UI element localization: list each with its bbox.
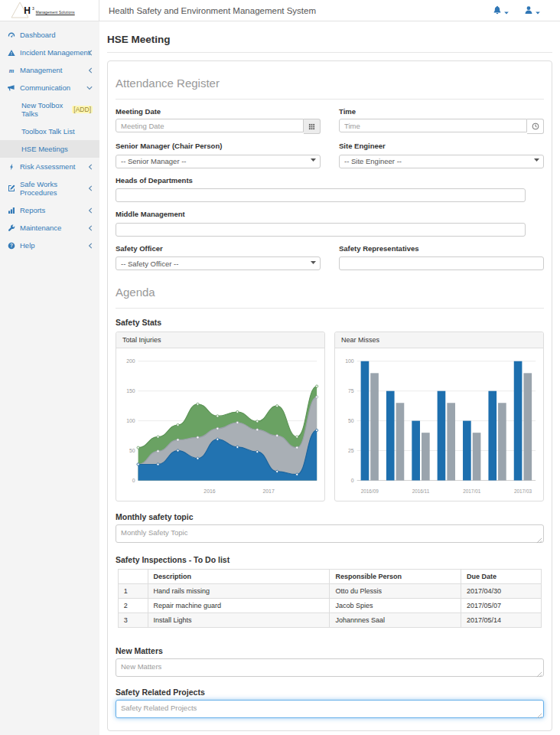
clock-icon [532, 119, 539, 133]
caret-down-icon [536, 4, 540, 18]
meeting-date-input[interactable] [116, 119, 304, 132]
sidebar-item-maintenance[interactable]: Maintenance [0, 219, 99, 237]
app-logo[interactable]: H3 Management Solutions [0, 0, 99, 21]
chevron-down-icon [86, 86, 93, 90]
safety-related-projects-label: Safety Related Projects [116, 688, 544, 697]
heads-of-departments-input[interactable] [116, 188, 526, 202]
sidebar-item-toolbox-talk-list[interactable]: Toolbox Talk List [0, 122, 99, 140]
chevron-left-icon [88, 67, 93, 74]
sidebar-item-safe-works-procedures[interactable]: Safe Works Procedures [0, 175, 99, 201]
senior-manager-label: Senior Manager (Chair Person) [116, 142, 321, 150]
sidebar-item-label: HSE Meetings [21, 145, 68, 153]
time-picker-button[interactable] [527, 119, 544, 134]
svg-text:100: 100 [126, 418, 135, 423]
sidebar-item-hse-meetings[interactable]: HSE Meetings [0, 140, 99, 158]
sidebar-item-label: Reports [20, 206, 45, 214]
sidebar-item-label: Safe Works Procedures [20, 180, 93, 197]
sidebar-item-incident-management[interactable]: Incident Management [0, 44, 99, 61]
user-menu-button[interactable] [524, 4, 540, 18]
page-title: HSE Meeting [107, 34, 552, 53]
near-misses-panel: Near Misses 02550751002016/092016/112017… [334, 332, 544, 501]
calendar-icon [308, 119, 315, 133]
area-chart-svg: 05010015020020162017 [117, 349, 324, 500]
time-label: Time [339, 107, 544, 116]
new-matters-textarea[interactable] [116, 658, 544, 677]
brand-sup: 3 [32, 6, 34, 11]
chevron-left-icon [88, 50, 93, 56]
inspections-column-header [118, 570, 148, 584]
svg-text:75: 75 [348, 388, 354, 394]
middle-management-label: Middle Management [116, 210, 544, 218]
sidebar-item-label: Incident Management [20, 48, 90, 57]
inspections-column-header: Due Date [461, 570, 542, 584]
chevron-left-icon [88, 185, 93, 191]
svg-text:2016: 2016 [203, 488, 215, 494]
safety-representatives-label: Safety Representatives [339, 244, 544, 253]
table-row: 3Install LightsJohannnes Saal2017/05/14 [118, 613, 541, 628]
svg-text:m: m [8, 67, 14, 74]
bar-chart-svg: 02550751002016/092016/112017/012017/03 [336, 349, 542, 500]
svg-text:2016/11: 2016/11 [412, 488, 430, 494]
notifications-button[interactable] [493, 4, 509, 18]
help-icon: ? [7, 242, 15, 250]
attendance-register-heading: Attendance Register [116, 72, 544, 100]
hse-meeting-form-card: Attendance Register Meeting Date Time [107, 60, 552, 731]
meeting-date-label: Meeting Date [116, 107, 321, 116]
time-input[interactable] [339, 119, 527, 132]
sidebar-item-label: Dashboard [20, 31, 55, 39]
monthly-safety-topic-label: Monthly safety topic [116, 512, 544, 521]
middle-management-input[interactable] [116, 223, 526, 237]
sidebar-item-help[interactable]: ?Help [0, 237, 99, 254]
wrench-icon [7, 224, 15, 232]
inspections-column-header: Responsible Person [330, 570, 461, 584]
sidebar-item-management[interactable]: mManagement [0, 61, 99, 79]
near-misses-chart: 02550751002016/092016/112017/012017/03 [335, 348, 543, 501]
svg-text:150: 150 [126, 388, 135, 394]
total-injuries-title: Total Injuries [116, 332, 324, 348]
safety-representatives-input[interactable] [339, 256, 544, 270]
safety-stats-label: Safety Stats [116, 318, 544, 327]
dashboard-icon [7, 31, 15, 39]
caret-down-icon [504, 4, 509, 18]
monthly-safety-topic-textarea[interactable] [116, 524, 544, 543]
sidebar-item-label: Communication [20, 83, 70, 92]
agenda-heading: Agenda [116, 281, 544, 309]
svg-text:200: 200 [126, 358, 135, 364]
sidebar-item-risk-assessment[interactable]: Risk Assessment [0, 158, 99, 175]
procedures-icon [7, 185, 15, 192]
site-engineer-select[interactable]: -- Site Engineer -- [339, 155, 544, 168]
chevron-left-icon [88, 243, 93, 249]
table-row: 1Hand rails missingOtto du Plessis2017/0… [118, 584, 541, 599]
sidebar-item-dashboard[interactable]: Dashboard [0, 26, 99, 44]
inspections-table: DescriptionResponsible PersonDue Date1Ha… [118, 569, 542, 628]
bolt-icon [7, 163, 15, 171]
sidebar-nav: DashboardIncident ManagementmManagementC… [0, 21, 99, 735]
svg-text:?: ? [10, 243, 13, 248]
svg-text:2017: 2017 [262, 488, 274, 494]
safety-inspections-label: Safety Inspections - To Do list [116, 555, 544, 564]
sidebar-item-communication[interactable]: Communication [0, 79, 99, 96]
sidebar-item-reports[interactable]: Reports [0, 201, 99, 219]
sidebar-item-label: Maintenance [20, 224, 61, 232]
near-misses-title: Near Misses [335, 332, 543, 348]
main-content: HSE Meeting Attendance Register Meeting … [99, 21, 560, 735]
senior-manager-select[interactable]: -- Senior Manager -- [116, 155, 321, 168]
inspections-column-header: Description [148, 570, 330, 584]
table-row: 2Repair machine guardJacob Spies2017/05/… [118, 599, 541, 613]
sidebar-item-new-toolbox-talks[interactable]: New Toolbox Talks[ADD] [0, 96, 99, 122]
svg-text:50: 50 [348, 418, 354, 423]
svg-text:50: 50 [129, 448, 135, 453]
app-title: Health Safety and Environment Management… [99, 0, 493, 21]
top-navbar: H3 Management Solutions Health Safety an… [0, 0, 560, 21]
chevron-left-icon [88, 207, 93, 214]
bar-chart-icon [7, 207, 15, 214]
brand-text: Management Solutions [36, 11, 75, 15]
user-icon [524, 4, 533, 18]
warning-icon [7, 49, 15, 57]
svg-text:2017/03: 2017/03 [514, 488, 532, 494]
safety-related-projects-textarea[interactable] [116, 700, 544, 718]
safety-officer-select[interactable]: -- Safety Officer -- [116, 256, 321, 270]
calendar-picker-button[interactable] [304, 119, 321, 134]
sidebar-item-label: Risk Assessment [20, 162, 75, 171]
site-engineer-label: Site Engineer [339, 142, 544, 150]
